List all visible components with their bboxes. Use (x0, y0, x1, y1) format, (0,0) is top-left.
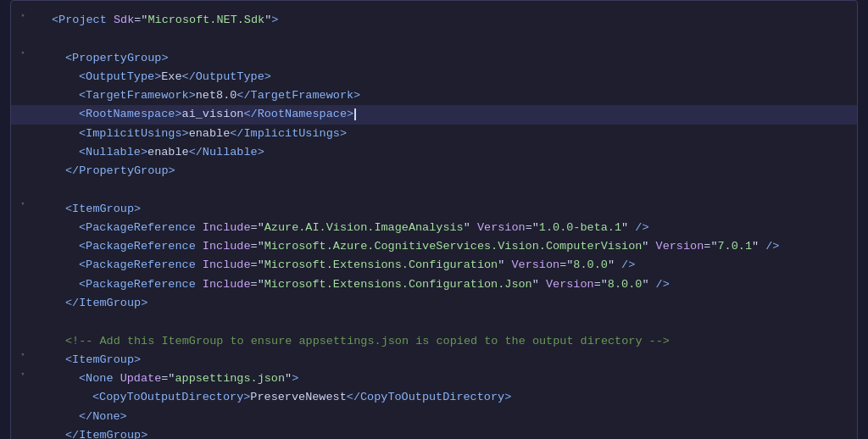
code-line-12: <PackageReference Include="Azure.AI.Visi… (11, 219, 857, 237)
line-content-4: <OutputType>Exe</OutputType> (52, 68, 843, 86)
line-content-11: <ItemGroup> (52, 200, 843, 219)
code-line-8: <Nullable>enable</Nullable> (11, 143, 857, 162)
fold-arrow-11[interactable]: ▾ (18, 200, 28, 210)
code-line-11: ▾ <ItemGroup> (11, 200, 857, 219)
gutter-19: ▾ (18, 351, 45, 361)
fold-arrow-19[interactable]: ▾ (18, 351, 28, 361)
code-line-7: <ImplicitUsings>enable</ImplicitUsings> (11, 125, 857, 143)
line-content-21: <CopyToOutputDirectory>PreserveNewest</C… (52, 388, 843, 407)
code-line-2 (11, 30, 857, 48)
code-line-5: <TargetFramework>net8.0</TargetFramework… (11, 86, 857, 105)
line-content-6: <RootNamespace>ai_vision</RootNamespace> (52, 105, 843, 124)
code-line-3: ▾ <PropertyGroup> (11, 49, 857, 68)
line-content-19: <ItemGroup> (52, 351, 843, 370)
code-line-10 (11, 181, 857, 199)
code-line-1: ▾ <Project Sdk="Microsoft.NET.Sdk"> (11, 11, 857, 30)
gutter-1: ▾ (18, 11, 45, 21)
line-content-9: </PropertyGroup> (52, 162, 843, 181)
editor-container: ▾ <Project Sdk="Microsoft.NET.Sdk"> ▾ <P… (10, 0, 858, 439)
line-content-15: <PackageReference Include="Microsoft.Ext… (52, 275, 843, 294)
fold-arrow-3[interactable]: ▾ (18, 49, 28, 59)
line-content-16: </ItemGroup> (52, 294, 843, 313)
line-content-17 (52, 313, 843, 331)
line-content-18: <!-- Add this ItemGroup to ensure appset… (52, 332, 843, 351)
line-content-10 (52, 181, 843, 199)
line-content-13: <PackageReference Include="Microsoft.Azu… (52, 237, 843, 256)
code-line-17 (11, 313, 857, 331)
code-line-9: </PropertyGroup> (11, 162, 857, 181)
line-content-8: <Nullable>enable</Nullable> (52, 143, 843, 162)
line-content-20: <None Update="appsettings.json"> (52, 370, 843, 388)
code-line-4: <OutputType>Exe</OutputType> (11, 68, 857, 86)
code-line-13: <PackageReference Include="Microsoft.Azu… (11, 237, 857, 256)
line-content-2 (52, 30, 843, 48)
gutter-20: ▾ (18, 370, 45, 380)
fold-arrow-20[interactable]: ▾ (18, 370, 28, 380)
line-content-5: <TargetFramework>net8.0</TargetFramework… (52, 86, 843, 105)
fold-arrow-1[interactable]: ▾ (18, 11, 28, 21)
line-content-1: <Project Sdk="Microsoft.NET.Sdk"> (52, 11, 843, 30)
code-line-23: </ItemGroup> (11, 426, 857, 439)
line-content-3: <PropertyGroup> (52, 49, 843, 68)
code-line-6: <RootNamespace>ai_vision</RootNamespace> (11, 105, 857, 124)
line-content-12: <PackageReference Include="Azure.AI.Visi… (52, 219, 843, 237)
line-content-23: </ItemGroup> (52, 426, 843, 439)
code-line-19: ▾ <ItemGroup> (11, 351, 857, 370)
line-content-7: <ImplicitUsings>enable</ImplicitUsings> (52, 125, 843, 143)
code-line-16: </ItemGroup> (11, 294, 857, 313)
code-line-22: </None> (11, 408, 857, 426)
line-content-14: <PackageReference Include="Microsoft.Ext… (52, 256, 843, 275)
code-line-18: <!-- Add this ItemGroup to ensure appset… (11, 332, 857, 351)
code-line-15: <PackageReference Include="Microsoft.Ext… (11, 275, 857, 294)
code-line-20: ▾ <None Update="appsettings.json"> (11, 370, 857, 388)
code-area[interactable]: ▾ <Project Sdk="Microsoft.NET.Sdk"> ▾ <P… (11, 11, 857, 439)
gutter-11: ▾ (18, 200, 45, 210)
code-line-21: <CopyToOutputDirectory>PreserveNewest</C… (11, 388, 857, 407)
code-line-14: <PackageReference Include="Microsoft.Ext… (11, 256, 857, 275)
gutter-3: ▾ (18, 49, 45, 59)
line-content-22: </None> (52, 408, 843, 426)
